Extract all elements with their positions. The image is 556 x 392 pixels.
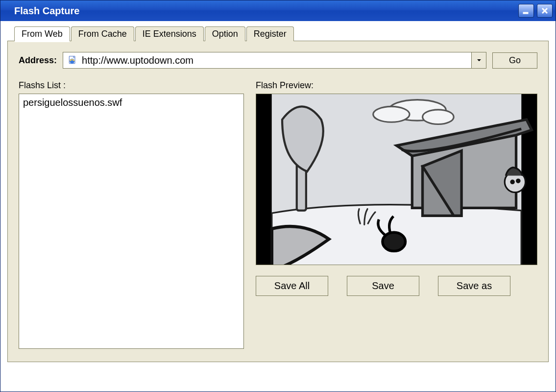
address-dropdown-button[interactable] — [471, 52, 486, 68]
tab-register[interactable]: Register — [246, 26, 294, 41]
window-controls — [518, 4, 553, 18]
address-label: Address: — [19, 55, 57, 66]
svg-rect-3 — [256, 94, 272, 265]
address-input[interactable] — [82, 52, 471, 68]
preview-illustration — [256, 94, 537, 265]
list-item[interactable]: persiguelossuenos.swf — [22, 96, 241, 109]
flash-list-label: Flashs List : — [19, 80, 244, 91]
tab-from-cache[interactable]: From Cache — [71, 26, 134, 41]
flash-preview — [256, 94, 537, 265]
address-combo[interactable] — [63, 52, 486, 69]
close-button[interactable] — [537, 4, 553, 18]
minimize-icon — [522, 7, 530, 15]
chevron-down-icon — [476, 57, 482, 63]
close-icon — [541, 7, 549, 15]
address-row: Address: Go — [19, 52, 537, 69]
tab-panel: Address: Go — [7, 41, 549, 362]
preview-label: Flash Preview: — [256, 80, 537, 91]
save-buttons: Save All Save Save as — [256, 276, 537, 296]
save-button[interactable]: Save — [347, 276, 419, 296]
save-all-button[interactable]: Save All — [256, 276, 328, 296]
flash-list-column: Flashs List : persiguelossuenos.swf — [19, 80, 244, 349]
tabstrip: From Web From Cache IE Extensions Option… — [14, 26, 549, 41]
titlebar: Flash Capture — [0, 0, 556, 21]
svg-point-13 — [517, 179, 520, 182]
svg-rect-0 — [523, 12, 528, 14]
minimize-button[interactable] — [518, 4, 534, 18]
ie-page-icon — [66, 54, 79, 67]
app-window: Flash Capture From Web From Cache IE Ext… — [0, 0, 556, 392]
tab-from-web[interactable]: From Web — [14, 26, 70, 41]
svg-point-14 — [383, 232, 406, 251]
svg-point-12 — [511, 180, 514, 183]
flash-listbox[interactable]: persiguelossuenos.swf — [19, 94, 244, 349]
save-as-button[interactable]: Save as — [438, 276, 510, 296]
tab-option[interactable]: Option — [205, 26, 245, 41]
preview-column: Flash Preview: — [256, 80, 537, 349]
columns: Flashs List : persiguelossuenos.swf Flas… — [19, 80, 537, 349]
svg-point-7 — [373, 106, 410, 122]
svg-point-8 — [423, 110, 454, 124]
tab-ie-extensions[interactable]: IE Extensions — [135, 26, 204, 41]
window-title: Flash Capture — [14, 5, 518, 17]
client-area: From Web From Cache IE Extensions Option… — [0, 21, 556, 392]
go-button[interactable]: Go — [492, 52, 537, 69]
